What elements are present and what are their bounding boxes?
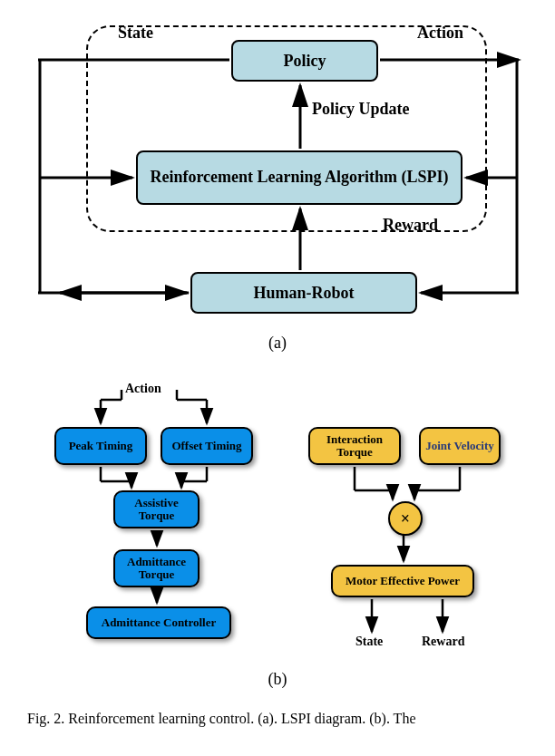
fig-b: Action State Reward Peak Timing Offset T… — [27, 373, 528, 663]
fig-a: State Action Policy Update Reward Policy… — [27, 18, 528, 326]
admittance-torque-box: Admittance Torque — [113, 549, 200, 587]
human-robot-box: Human-Robot — [190, 272, 417, 314]
label-action-b: Action — [125, 382, 161, 396]
policy-box: Policy — [231, 40, 378, 82]
fig-b-sublabel: (b) — [27, 670, 528, 689]
assistive-torque-box: Assistive Torque — [113, 490, 200, 528]
label-reward-b: Reward — [422, 635, 464, 649]
label-policy-update: Policy Update — [312, 100, 410, 119]
offset-timing-box: Offset Timing — [161, 427, 253, 465]
multiply-node: × — [388, 501, 423, 536]
fig-a-sublabel: (a) — [27, 334, 528, 353]
lspi-box: Reinforcement Learning Algorithm (LSPI) — [136, 150, 462, 205]
peak-timing-box: Peak Timing — [54, 427, 147, 465]
figure-caption: Fig. 2. Reinforcement learning control. … — [27, 709, 528, 729]
label-reward: Reward — [383, 216, 438, 235]
joint-velocity-box: Joint Velocity — [419, 427, 501, 465]
admittance-controller-box: Admittance Controller — [86, 606, 231, 639]
motor-effective-power-box: Motor Effective Power — [331, 565, 474, 597]
label-state: State — [118, 24, 153, 43]
interaction-torque-box: Interaction Torque — [308, 427, 401, 465]
label-state-b: State — [355, 635, 383, 649]
label-action: Action — [417, 24, 463, 43]
